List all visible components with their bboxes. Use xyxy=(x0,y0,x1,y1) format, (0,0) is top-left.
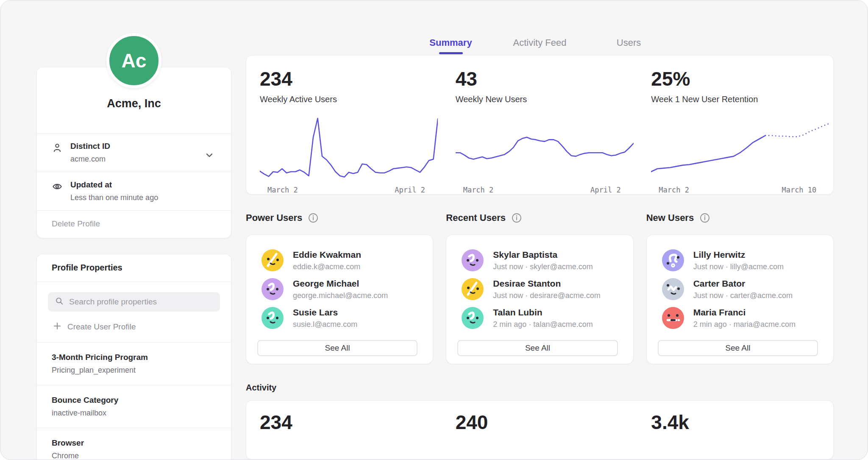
x-tick-start: March 2 xyxy=(463,186,494,194)
company-name: Acme, Inc xyxy=(45,97,223,110)
activity-section-title: Activity xyxy=(246,383,834,393)
power-users-card: Eddie Kwakman eddie.k@acme.com George Mi… xyxy=(246,234,433,364)
user-list-item[interactable]: Desirae Stanton Just now · desirare@acme… xyxy=(462,278,622,300)
x-tick-end: March 10 xyxy=(782,186,816,194)
eye-icon xyxy=(52,181,63,194)
recent-users-card: Skylar Baptista Just now · skyler@acme.c… xyxy=(446,234,633,364)
activity-stat-value: 240 xyxy=(456,412,638,433)
user-list-item[interactable]: Skylar Baptista Just now · skyler@acme.c… xyxy=(462,249,622,271)
user-avatar xyxy=(662,249,684,271)
user-avatar xyxy=(262,307,284,329)
tab-activity-feed[interactable]: Activity Feed xyxy=(495,37,584,54)
chevron-down-icon[interactable] xyxy=(204,150,215,162)
user-detail: susie.l@acme.com xyxy=(293,320,357,329)
x-tick-start: March 2 xyxy=(267,186,298,194)
user-detail: 2 min ago · talan@acme.com xyxy=(493,320,593,329)
user-name: Desirae Stanton xyxy=(493,279,600,289)
profile-summary-card: Acme, Inc Distinct ID acme.com xyxy=(36,67,231,238)
user-detail: Just now · desirare@acme.com xyxy=(493,291,600,300)
weekly-active-users-stat: 234 Weekly Active Users March 2 April 2 xyxy=(246,56,442,194)
user-list-item[interactable]: Lilly Herwitz Just now · lilly@acme.com xyxy=(662,249,822,271)
user-detail: eddie.k@acme.com xyxy=(293,262,361,271)
user-list-item[interactable]: Maria Franci 2 min ago · maria@acme.com xyxy=(662,307,822,329)
user-list-item[interactable]: Carter Bator Just now · carter@acme.com xyxy=(662,278,822,300)
user-name: Skylar Baptista xyxy=(493,250,593,260)
stat-value: 43 xyxy=(456,68,638,89)
user-detail: george.michael@acme.com xyxy=(293,291,388,300)
create-user-profile-label: Create User Profile xyxy=(67,322,136,332)
distinct-id-label: Distinct ID xyxy=(70,142,110,151)
stat-value: 234 xyxy=(260,68,442,89)
x-tick-end: April 2 xyxy=(590,186,621,194)
create-user-profile-button[interactable]: Create User Profile xyxy=(53,322,220,332)
see-all-button[interactable]: See All xyxy=(457,340,618,356)
user-avatar xyxy=(662,278,684,300)
main-content: Summary Activity Feed Users 234 Weekly A… xyxy=(246,0,834,460)
user-name: Lilly Herwitz xyxy=(693,250,784,260)
property-row: Browser Chrome xyxy=(37,428,231,460)
user-list-item[interactable]: Eddie Kwakman eddie.k@acme.com xyxy=(262,249,422,271)
user-list-item[interactable]: Susie Lars susie.l@acme.com xyxy=(262,307,422,329)
tab-summary[interactable]: Summary xyxy=(406,37,495,54)
distinct-id-value: acme.com xyxy=(70,155,110,164)
user-name: Talan Lubin xyxy=(493,307,593,318)
info-icon[interactable] xyxy=(511,212,522,223)
see-all-button[interactable]: See All xyxy=(658,340,818,356)
user-avatar xyxy=(262,249,284,271)
search-input[interactable] xyxy=(69,297,213,307)
user-detail: Just now · lilly@acme.com xyxy=(693,262,784,271)
activity-card: 234 240 3.4k xyxy=(246,400,834,460)
summary-stats-card: 234 Weekly Active Users March 2 April 2 … xyxy=(246,55,834,195)
distinct-id-row[interactable]: Distinct ID acme.com xyxy=(37,134,231,172)
user-name: Maria Franci xyxy=(693,307,796,318)
info-icon[interactable] xyxy=(308,212,319,223)
user-detail: Just now · carter@acme.com xyxy=(693,291,793,300)
retention-stat: 25% Week 1 New User Retention March 2 Ma… xyxy=(637,56,833,194)
profile-properties-title: Profile Properties xyxy=(52,263,122,272)
property-name: Bounce Category xyxy=(52,396,216,405)
profile-properties-card: Profile Properties xyxy=(36,254,231,460)
property-value: inactive-mailbox xyxy=(52,409,216,418)
updated-at-value: Less than one minute ago xyxy=(70,193,158,202)
tab-users[interactable]: Users xyxy=(584,37,673,54)
tab-bar: Summary Activity Feed Users xyxy=(246,0,834,55)
new-users-card: Lilly Herwitz Just now · lilly@acme.com … xyxy=(646,234,834,364)
property-value: Chrome xyxy=(52,452,216,460)
user-avatar xyxy=(462,278,484,300)
stat-label: Weekly New Users xyxy=(456,95,638,104)
new-users-title: New Users xyxy=(646,212,694,223)
stat-label: Weekly Active Users xyxy=(260,95,442,104)
user-name: Susie Lars xyxy=(293,307,357,318)
user-list-item[interactable]: Talan Lubin 2 min ago · talan@acme.com xyxy=(462,307,622,329)
updated-at-label: Updated at xyxy=(70,180,158,190)
weekly-new-users-sparkline xyxy=(456,116,634,180)
delete-profile-button[interactable]: Delete Profile xyxy=(52,219,100,228)
recent-users-title: Recent Users xyxy=(446,212,506,223)
user-avatar xyxy=(662,307,684,329)
user-sections-headers: Power Users Recent Users New Users xyxy=(246,212,834,223)
org-avatar: Ac xyxy=(106,33,161,88)
updated-at-row: Updated at Less than one minute ago xyxy=(37,172,231,210)
stat-value: 25% xyxy=(651,68,833,89)
see-all-button[interactable]: See All xyxy=(257,340,417,356)
property-name: Browser xyxy=(52,438,216,448)
user-list-item[interactable]: George Michael george.michael@acme.com xyxy=(262,278,422,300)
retention-sparkline xyxy=(651,116,829,180)
user-name: George Michael xyxy=(293,279,388,289)
property-row: Bounce Category inactive-mailbox xyxy=(37,385,231,428)
person-icon xyxy=(52,142,63,155)
activity-stat-value: 3.4k xyxy=(651,412,833,433)
property-row: 3-Month Pricing Program Pricing_plan_exp… xyxy=(37,343,231,385)
profile-properties-search[interactable] xyxy=(48,292,220,312)
user-avatar xyxy=(462,249,484,271)
power-users-title: Power Users xyxy=(246,212,302,223)
info-icon[interactable] xyxy=(699,212,710,223)
user-detail: Just now · skyler@acme.com xyxy=(493,262,593,271)
sidebar: Ac Acme, Inc Distinct ID acme.com xyxy=(36,0,231,460)
search-icon xyxy=(55,296,64,307)
x-tick-end: April 2 xyxy=(395,186,425,194)
property-name: 3-Month Pricing Program xyxy=(52,353,216,362)
user-name: Eddie Kwakman xyxy=(293,250,361,260)
weekly-new-users-stat: 43 Weekly New Users March 2 April 2 xyxy=(442,56,638,194)
user-name: Carter Bator xyxy=(693,279,793,289)
